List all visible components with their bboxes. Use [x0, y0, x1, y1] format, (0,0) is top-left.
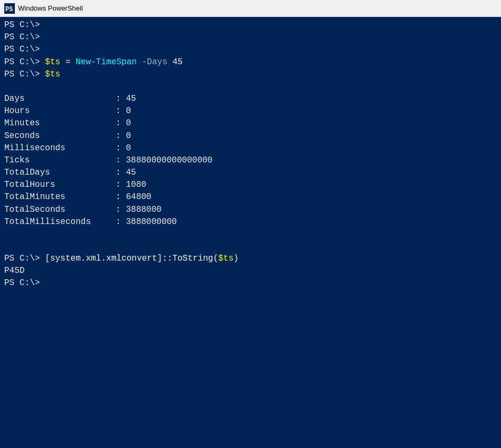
- colon-totalmilliseconds: :: [116, 216, 126, 228]
- value-ticks: 38880000000000000: [126, 154, 212, 167]
- output-row-days: Days : 45: [4, 93, 497, 105]
- label-totalmilliseconds: TotalMilliseconds: [4, 216, 116, 228]
- titlebar: PS Windows PowerShell: [0, 0, 501, 17]
- prompt-line-2: PS C:\>: [4, 31, 497, 44]
- output-row-ticks: Ticks : 38880000000000000: [4, 154, 497, 167]
- blank-line-3: [4, 240, 497, 253]
- value-milliseconds: 0: [126, 142, 131, 154]
- colon-totalminutes: :: [116, 191, 126, 203]
- value-totalseconds: 3888000: [126, 204, 161, 216]
- value-minutes: 0: [126, 117, 131, 130]
- label-totalhours: TotalHours: [4, 179, 116, 191]
- prompt-line-3: PS C:\>: [4, 44, 497, 56]
- powershell-icon: PS: [4, 3, 15, 14]
- label-hours: Hours: [4, 105, 116, 117]
- output-row-minutes: Minutes : 0: [4, 117, 497, 130]
- value-totaldays: 45: [126, 167, 136, 179]
- window-title: Windows PowerShell: [18, 4, 83, 12]
- colon-seconds: :: [116, 130, 126, 142]
- value-totalminutes: 64800: [126, 191, 151, 203]
- blank-line-1: [4, 81, 497, 93]
- colon-hours: :: [116, 105, 126, 117]
- final-prompt[interactable]: PS C:\> ​: [4, 277, 497, 289]
- colon-totalhours: :: [116, 179, 126, 191]
- label-totalseconds: TotalSeconds: [4, 204, 116, 216]
- output-row-milliseconds: Milliseconds : 0: [4, 142, 497, 154]
- terminal[interactable]: PS C:\> PS C:\> PS C:\> PS C:\> $ts = Ne…: [0, 17, 501, 448]
- value-days: 45: [126, 93, 136, 105]
- output-row-totalhours: TotalHours : 1080: [4, 179, 497, 191]
- output-row-totalmilliseconds: TotalMilliseconds : 3888000000: [4, 216, 497, 228]
- result-line: P45D: [4, 265, 497, 277]
- output-row-totaldays: TotalDays : 45: [4, 167, 497, 179]
- label-seconds: Seconds: [4, 130, 116, 142]
- label-totalminutes: TotalMinutes: [4, 191, 116, 203]
- output-row-seconds: Seconds : 0: [4, 130, 497, 142]
- command-line-2: PS C:\> $ts: [4, 68, 497, 81]
- output-row-totalminutes: TotalMinutes : 64800: [4, 191, 497, 203]
- colon-milliseconds: :: [116, 142, 126, 154]
- label-totaldays: TotalDays: [4, 167, 116, 179]
- label-minutes: Minutes: [4, 117, 116, 130]
- value-hours: 0: [126, 105, 131, 117]
- prompt-line-1: PS C:\>: [4, 19, 497, 31]
- blank-line-2: [4, 228, 497, 240]
- value-totalhours: 1080: [126, 179, 146, 191]
- label-milliseconds: Milliseconds: [4, 142, 116, 154]
- value-seconds: 0: [126, 130, 131, 142]
- command-line-1: PS C:\> $ts = New-TimeSpan -Days 45: [4, 56, 497, 68]
- label-days: Days: [4, 93, 116, 105]
- colon-totaldays: :: [116, 167, 126, 179]
- label-ticks: Ticks: [4, 154, 116, 167]
- command-line-3: PS C:\> [system.xml.xmlconvert]::ToStrin…: [4, 253, 497, 265]
- colon-minutes: :: [116, 117, 126, 130]
- output-row-totalseconds: TotalSeconds : 3888000: [4, 204, 497, 216]
- colon-days: :: [116, 93, 126, 105]
- svg-text:PS: PS: [5, 6, 13, 13]
- colon-totalseconds: :: [116, 204, 126, 216]
- output-row-hours: Hours : 0: [4, 105, 497, 117]
- value-totalmilliseconds: 3888000000: [126, 216, 177, 228]
- colon-ticks: :: [116, 154, 126, 167]
